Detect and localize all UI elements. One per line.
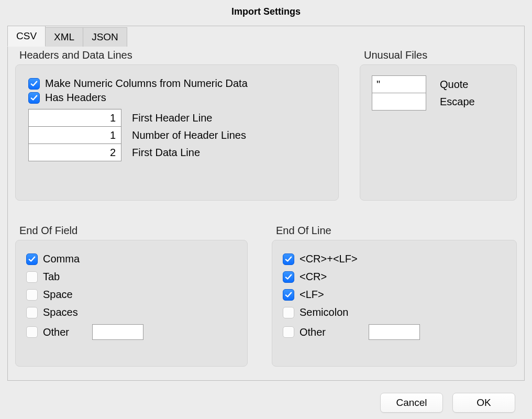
group-eof-title: End Of Field — [15, 225, 248, 237]
ok-button[interactable]: OK — [452, 393, 515, 413]
checkbox-has-headers[interactable] — [28, 92, 40, 104]
label-semicolon: Semicolon — [300, 306, 348, 318]
tab-pane: CSV XML JSON Headers and Data Lines Make… — [7, 26, 525, 381]
label-first-data-line: First Data Line — [132, 147, 200, 159]
label-crlf: <CR>+<LF> — [300, 253, 358, 265]
group-headers: Headers and Data Lines Make Numeric Colu… — [15, 49, 339, 201]
label-cr: <CR> — [300, 271, 327, 283]
checkbox-eol-other[interactable] — [283, 326, 294, 338]
label-space: Space — [43, 289, 73, 301]
input-num-header-lines[interactable] — [28, 126, 121, 144]
group-headers-title: Headers and Data Lines — [15, 49, 339, 61]
checkbox-lf[interactable] — [283, 289, 294, 301]
group-eol-title: End Of Line — [272, 225, 517, 237]
group-end-of-line: End Of Line <CR>+<LF> <CR> — [272, 225, 517, 367]
label-first-header-line: First Header Line — [132, 112, 212, 124]
label-quote: Quote — [440, 79, 468, 91]
group-unusual-title: Unusual Files — [360, 49, 517, 61]
input-eof-other[interactable] — [92, 324, 143, 340]
label-has-headers: Has Headers — [45, 92, 106, 104]
checkbox-tab[interactable] — [26, 271, 38, 283]
checkbox-eof-other[interactable] — [26, 326, 38, 338]
dialog-buttons: Cancel OK — [380, 393, 515, 413]
label-tab: Tab — [43, 271, 60, 283]
tab-xml[interactable]: XML — [45, 27, 83, 47]
label-escape: Escape — [440, 96, 475, 108]
checkbox-comma[interactable] — [26, 253, 38, 265]
label-lf: <LF> — [300, 289, 324, 301]
dialog-title: Import Settings — [0, 0, 532, 26]
label-comma: Comma — [43, 253, 80, 265]
input-eol-other[interactable] — [369, 324, 420, 340]
label-eof-other: Other — [43, 326, 69, 338]
checkbox-space[interactable] — [26, 289, 38, 301]
label-eol-other: Other — [300, 326, 326, 338]
input-quote[interactable] — [372, 75, 426, 93]
checkbox-cr[interactable] — [283, 271, 294, 283]
tab-bar: CSV XML JSON — [7, 26, 524, 47]
checkbox-spaces[interactable] — [26, 307, 38, 318]
label-spaces: Spaces — [43, 306, 78, 318]
group-unusual: Unusual Files Quote Escape — [360, 49, 517, 201]
tab-json[interactable]: JSON — [83, 27, 127, 47]
group-end-of-field: End Of Field Comma Tab — [15, 225, 248, 367]
input-first-data-line[interactable] — [28, 144, 121, 161]
checkbox-crlf[interactable] — [283, 253, 294, 265]
checkbox-make-numeric[interactable] — [28, 78, 40, 90]
label-num-header-lines: Number of Header Lines — [132, 129, 246, 141]
cancel-button[interactable]: Cancel — [380, 393, 443, 413]
tab-csv[interactable]: CSV — [7, 26, 46, 47]
input-first-header-line[interactable] — [28, 109, 121, 127]
checkbox-semicolon[interactable] — [283, 307, 294, 318]
input-escape[interactable] — [372, 93, 426, 111]
label-make-numeric: Make Numeric Columns from Numeric Data — [45, 78, 248, 90]
